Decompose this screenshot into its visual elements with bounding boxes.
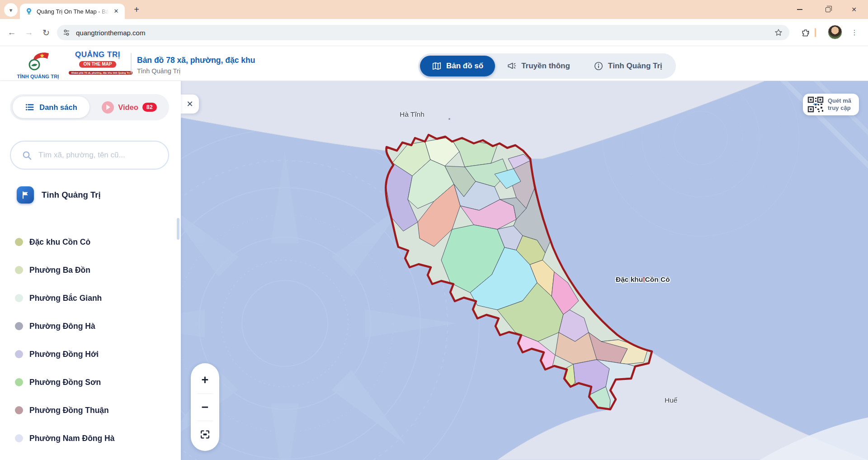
item-label: Phường Đồng Sơn bbox=[29, 378, 101, 387]
tab-title: Quảng Trị On The Map - Bản đồ bbox=[37, 8, 109, 15]
tab-video[interactable]: Video 82 bbox=[90, 101, 169, 114]
flag-emblem-icon bbox=[25, 50, 51, 71]
youth-union-logo: TỈNH QUẢNG TRỊ bbox=[13, 50, 63, 79]
map-graphic bbox=[181, 81, 868, 460]
sidebar-scrollbar[interactable] bbox=[177, 218, 179, 240]
zoom-in-button[interactable]: + bbox=[191, 369, 219, 391]
reload-button[interactable]: ↻ bbox=[39, 25, 53, 40]
sidebar-close-button[interactable]: ✕ bbox=[181, 95, 199, 114]
video-count-badge: 82 bbox=[142, 103, 157, 112]
url-text: quangtrionthemap.com bbox=[76, 29, 145, 37]
list-item[interactable]: Phường Đồng Hới bbox=[0, 340, 181, 368]
profile-avatar[interactable] bbox=[828, 25, 842, 39]
nav-label: Truyền thông bbox=[521, 62, 570, 71]
site-settings-icon[interactable] bbox=[62, 28, 71, 37]
ward-list: Đặc khu Cồn Cỏ Phường Ba Đồn Phường Bắc … bbox=[0, 228, 181, 452]
url-bar[interactable]: quangtrionthemap.com bbox=[57, 25, 789, 40]
bookmark-star-icon[interactable] bbox=[774, 28, 783, 37]
qr-code-icon bbox=[807, 96, 824, 113]
quang-tri-on-the-map-logo: QUẢNG TRỊ ON THE MAP Khám phá 78 xã, phư… bbox=[69, 50, 127, 76]
qr-label: Quét mãtruy cập bbox=[828, 97, 851, 112]
nav-digital-map[interactable]: Bản đồ số bbox=[420, 56, 495, 76]
tab-danh-sach[interactable]: Danh sách bbox=[13, 96, 90, 118]
color-dot bbox=[15, 294, 23, 302]
browser-titlebar: ▾ Quảng Trị On The Map - Bản đồ ✕ + ✕ bbox=[0, 0, 868, 19]
flag-icon bbox=[17, 186, 34, 204]
megaphone-icon bbox=[507, 61, 517, 71]
qr-access-button[interactable]: Quét mãtruy cập bbox=[803, 94, 859, 115]
content-area: Hà Tĩnh Đặc khu Cồn Cỏ Huế Quét mãtruy c… bbox=[0, 81, 868, 460]
list-item[interactable]: Phường Đồng Thuận bbox=[0, 396, 181, 424]
logo-ribbon: Khám phá 78 xã, phường, đặc khu tỉnh Quả… bbox=[69, 71, 132, 75]
back-button[interactable]: ← bbox=[5, 25, 19, 40]
islet-dot bbox=[448, 118, 450, 120]
search-icon bbox=[22, 150, 32, 161]
browser-tab[interactable]: Quảng Trị On The Map - Bản đồ ✕ bbox=[20, 4, 125, 19]
header-divider bbox=[131, 53, 132, 74]
nav-province-info[interactable]: Tỉnh Quảng Trị bbox=[582, 56, 674, 76]
logo-caption: TỈNH QUẢNG TRỊ bbox=[13, 74, 63, 79]
item-label: Phường Bắc Gianh bbox=[29, 294, 102, 303]
window-close-button[interactable]: ✕ bbox=[844, 0, 864, 19]
list-icon bbox=[25, 102, 35, 112]
color-dot bbox=[15, 322, 23, 330]
fit-screen-icon bbox=[199, 429, 211, 440]
color-dot bbox=[15, 406, 23, 414]
color-dot bbox=[15, 378, 23, 386]
color-dot bbox=[15, 434, 23, 442]
map-icon bbox=[432, 61, 442, 71]
main-nav: Bản đồ số Truyền thông Tỉnh Quảng Trị bbox=[418, 53, 676, 79]
page-title: Bản đồ 78 xã, phường, đặc khu bbox=[137, 56, 255, 65]
list-item[interactable]: Phường Ba Đồn bbox=[0, 256, 181, 284]
window-restore-button[interactable] bbox=[817, 0, 838, 19]
item-label: Phường Đồng Hới bbox=[29, 350, 99, 359]
logo-subtitle: ON THE MAP bbox=[79, 61, 117, 67]
color-dot bbox=[15, 350, 23, 358]
list-item[interactable]: Phường Đồng Sơn bbox=[0, 368, 181, 396]
toolbar-divider bbox=[815, 28, 816, 37]
item-label: Phường Đông Hà bbox=[29, 322, 95, 331]
tab-label: Video bbox=[118, 103, 138, 112]
browser-toolbar: ← → ↻ quangtrionthemap.com ⋮ bbox=[0, 19, 868, 46]
nav-media[interactable]: Truyền thông bbox=[495, 56, 582, 76]
tab-label: Danh sách bbox=[39, 103, 77, 112]
map-canvas[interactable]: Hà Tĩnh Đặc khu Cồn Cỏ Huế Quét mãtruy c… bbox=[181, 81, 868, 460]
item-label: Phường Đồng Thuận bbox=[29, 406, 109, 415]
province-row[interactable]: Tỉnh Quảng Trị bbox=[17, 186, 101, 204]
sidebar-tabs: Danh sách Video 82 bbox=[10, 94, 169, 120]
info-icon bbox=[594, 61, 604, 71]
play-icon bbox=[102, 101, 114, 114]
logo-title: QUẢNG TRỊ bbox=[69, 50, 127, 59]
fit-bounds-button[interactable] bbox=[191, 423, 219, 446]
map-zoom-controls: + − bbox=[191, 363, 219, 451]
page-subtitle: Tỉnh Quảng Trị bbox=[137, 67, 180, 75]
map-label-ha-tinh: Hà Tĩnh bbox=[400, 110, 425, 119]
sidebar: Danh sách Video 82 Tỉnh Quảng Trị bbox=[0, 81, 181, 460]
tab-search-button[interactable]: ▾ bbox=[4, 3, 18, 17]
list-item[interactable]: Phường Nam Đông Hà bbox=[0, 424, 181, 452]
province-name: Tỉnh Quảng Trị bbox=[42, 190, 101, 200]
tab-favicon-pin-icon bbox=[25, 8, 33, 15]
item-label: Phường Nam Đông Hà bbox=[29, 434, 114, 443]
tab-close-icon[interactable]: ✕ bbox=[112, 7, 120, 15]
extensions-icon[interactable] bbox=[798, 25, 813, 40]
site-header: TỈNH QUẢNG TRỊ QUẢNG TRỊ ON THE MAP Khám… bbox=[0, 47, 868, 81]
item-label: Đặc khu Cồn Cỏ bbox=[29, 237, 90, 247]
province-shape[interactable] bbox=[385, 118, 652, 410]
search-input[interactable] bbox=[38, 151, 156, 160]
list-item[interactable]: Phường Bắc Gianh bbox=[0, 284, 181, 312]
nav-label: Tỉnh Quảng Trị bbox=[608, 62, 662, 71]
list-item[interactable]: Đặc khu Cồn Cỏ bbox=[0, 228, 181, 256]
search-box[interactable] bbox=[10, 141, 169, 170]
item-label: Phường Ba Đồn bbox=[29, 266, 90, 275]
map-label-hue: Huế bbox=[665, 396, 677, 404]
list-item[interactable]: Phường Đông Hà bbox=[0, 312, 181, 340]
color-dot bbox=[15, 238, 23, 246]
map-label-con-co: Đặc khu Cồn Cỏ bbox=[616, 275, 670, 284]
window-minimize-button[interactable] bbox=[789, 0, 810, 19]
color-dot bbox=[15, 266, 23, 274]
browser-menu-icon[interactable]: ⋮ bbox=[847, 25, 862, 40]
forward-button[interactable]: → bbox=[22, 25, 36, 40]
zoom-out-button[interactable]: − bbox=[191, 396, 219, 418]
new-tab-button[interactable]: + bbox=[131, 5, 142, 15]
